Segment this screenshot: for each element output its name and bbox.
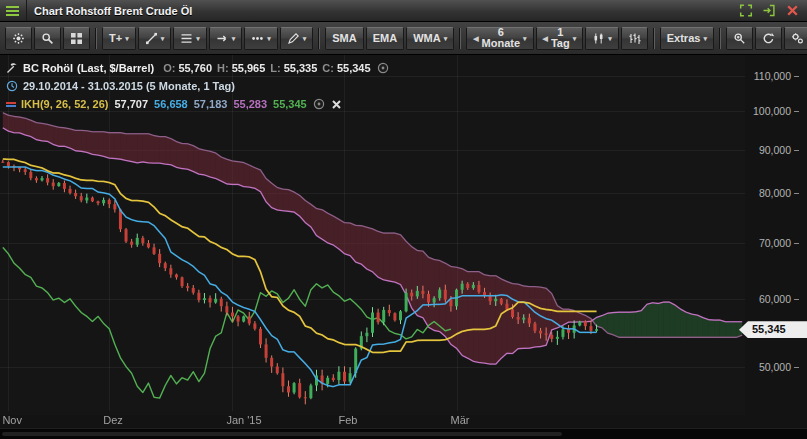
fib-icon [180, 32, 193, 45]
expand-icon[interactable] [736, 2, 756, 20]
sma-indicator-label: SMA [332, 33, 356, 44]
instrument-name: BC Rohöl [23, 62, 73, 74]
ikh-options-icon[interactable] [313, 98, 325, 110]
ikh-senkou-a-value: 57,183 [194, 98, 228, 110]
instrument-icon [6, 62, 18, 74]
fibonacci-tool-button[interactable]: ▾ [173, 27, 207, 50]
arrow-icon [216, 32, 229, 45]
zoomin-icon [733, 32, 746, 45]
high-value: 55,965 [232, 62, 266, 74]
undo-button[interactable] [755, 27, 782, 50]
indicator-settings-button[interactable] [784, 27, 807, 50]
caret-down-icon: ▾ [573, 35, 577, 42]
close-value: 55,345 [337, 62, 371, 74]
grid-icon [70, 32, 83, 45]
ikh-remove-icon[interactable] [331, 99, 342, 110]
toolbar-separator [719, 28, 721, 49]
caret-down-icon: ▾ [303, 35, 307, 42]
open-label: O: [163, 62, 175, 74]
wma-indicator-button[interactable]: WMA▾ [406, 27, 454, 50]
candles-icon [592, 32, 605, 45]
chart-legend: BC Rohöl (Last, $/Barrel) O: 55,760 H: 5… [6, 59, 389, 113]
open-value: 55,760 [178, 62, 212, 74]
trendline-tool-button[interactable]: ▾ [138, 27, 172, 50]
x-axis-label: Jan '15 [226, 414, 261, 426]
titlebar: Chart Rohstoff Brent Crude Öl [0, 0, 807, 22]
toolbar-separator [653, 28, 655, 49]
low-value: 55,335 [284, 62, 318, 74]
magnifier-icon [41, 32, 54, 45]
pencil-icon [287, 32, 300, 45]
y-axis-label: 60,000 [747, 293, 799, 305]
interval-select-button[interactable]: ◀1 Tag▾ [536, 27, 584, 50]
history-back-icon: ◀ [473, 35, 478, 42]
clock-icon [6, 80, 18, 92]
toolbar-separator [459, 28, 461, 49]
date-range: 29.10.2014 - 31.03.2015 (5 Monate, 1 Tag… [23, 80, 235, 92]
zoom-tool-button[interactable] [34, 27, 61, 50]
window-controls [736, 2, 807, 20]
draw-tool-button[interactable]: ▾ [280, 27, 314, 50]
export-icon[interactable] [759, 2, 779, 20]
wma-indicator-label: WMA [413, 33, 441, 44]
caret-down-icon: ▾ [608, 35, 612, 42]
y-axis-label: 110,000 [747, 70, 799, 82]
trendline-icon [145, 32, 158, 45]
zoom-in-button[interactable] [726, 27, 753, 50]
caret-down-icon: ▾ [267, 35, 271, 42]
y-axis-label: 70,000 [747, 237, 799, 249]
caret-down-icon: ▾ [703, 35, 707, 42]
chart-type-button[interactable]: ▾ [585, 27, 619, 50]
high-label: H: [217, 62, 229, 74]
x-axis-label: Feb [338, 414, 357, 426]
extras-menu-label: Extras [667, 33, 701, 44]
window-title: Chart Rohstoff Brent Crude Öl [34, 5, 192, 17]
y-axis-label: 80,000 [747, 187, 799, 199]
interval-select-label: 1 Tag [551, 27, 570, 49]
toolbar-separator [95, 28, 97, 49]
ikh-legend-row: IKH(9, 26, 52, 26) 57,707 56,658 57,183 … [6, 95, 389, 113]
x-axis-label: Mär [451, 414, 470, 426]
price-marker: 55,345 [739, 321, 807, 338]
text-tool-button[interactable]: T+▾ [102, 27, 136, 50]
undo-icon [762, 32, 775, 45]
chart-window: Chart Rohstoff Brent Crude Öl T+▾▾▾▾▾▾SM… [0, 0, 807, 439]
ikh-tenkan-value: 57,707 [114, 98, 148, 110]
marker-tool-button[interactable]: ▾ [244, 27, 278, 50]
gear-icon [12, 32, 25, 45]
dots-icon [251, 32, 264, 45]
bar-style-button[interactable] [621, 27, 648, 50]
sma-indicator-button[interactable]: SMA [325, 27, 363, 50]
ikh-kijun-value: 56,658 [154, 98, 188, 110]
timespan-select-button[interactable]: ◀6 Monate▾ [466, 27, 533, 50]
ikh-chikou-value: 55,345 [273, 98, 307, 110]
y-axis-label: 100,000 [747, 105, 799, 117]
gears-icon [791, 32, 804, 45]
caret-down-icon: ▾ [444, 35, 448, 42]
extras-menu-button[interactable]: Extras▾ [660, 27, 714, 50]
layout-grid-button[interactable] [63, 27, 90, 50]
caret-down-icon: ▾ [232, 35, 236, 42]
y-axis-label: 50,000 [747, 361, 799, 373]
x-axis-label: Nov [2, 414, 22, 426]
caret-down-icon: ▾ [125, 35, 129, 42]
menu-button[interactable] [0, 0, 27, 21]
close-label: C: [322, 62, 334, 74]
arrow-tool-button[interactable]: ▾ [209, 27, 243, 50]
y-axis[interactable]: 110,000100,00090,00080,00070,00060,00050… [745, 55, 807, 415]
toolbar: T+▾▾▾▾▾▾SMAEMAWMA▾◀6 Monate▾◀1 Tag▾▾Extr… [0, 22, 807, 55]
chart-area: BC Rohöl (Last, $/Barrel) O: 55,760 H: 5… [0, 55, 807, 428]
bottom-scrollbar[interactable] [0, 428, 807, 439]
ema-indicator-button[interactable]: EMA [366, 27, 404, 50]
ema-indicator-label: EMA [373, 33, 397, 44]
instrument-legend-row: BC Rohöl (Last, $/Barrel) O: 55,760 H: 5… [6, 59, 389, 77]
instrument-unit: (Last, $/Barrel) [77, 62, 154, 74]
instrument-options-icon[interactable] [377, 62, 389, 74]
scrollbar-thumb[interactable] [2, 432, 562, 436]
chart-settings-button[interactable] [5, 27, 32, 50]
timespan-select-label: 6 Monate [482, 27, 521, 49]
bars-icon [628, 32, 641, 45]
low-label: L: [270, 62, 280, 74]
y-axis-label: 90,000 [747, 144, 799, 156]
close-icon[interactable] [782, 2, 802, 20]
